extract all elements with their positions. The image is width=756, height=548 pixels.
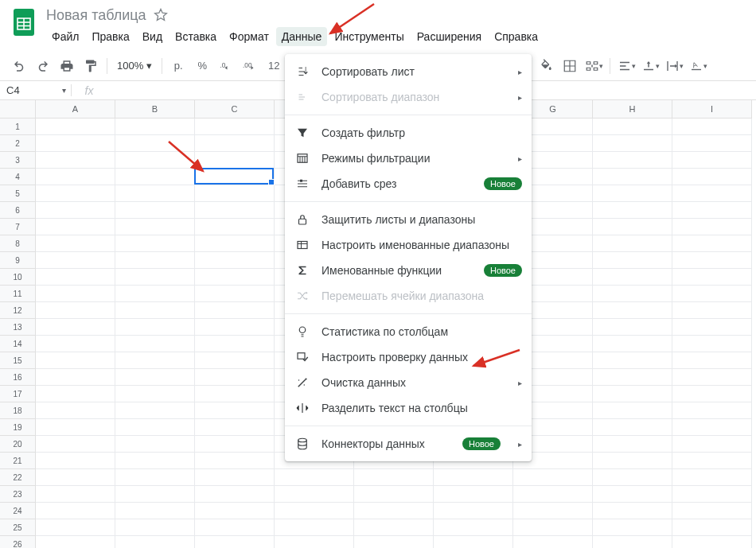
cell[interactable]	[672, 286, 752, 302]
print-button[interactable]	[56, 55, 78, 77]
cell[interactable]	[513, 469, 593, 486]
cell[interactable]	[115, 185, 195, 202]
row-header[interactable]: 23	[0, 486, 36, 503]
menu-add-slicer[interactable]: Добавить срез Новое	[285, 171, 532, 196]
menu-create-filter[interactable]: Создать фильтр	[285, 120, 532, 146]
cell[interactable]	[672, 386, 752, 402]
row-header[interactable]: 26	[0, 536, 36, 548]
zoom-dropdown[interactable]: 100%▾	[112, 60, 157, 72]
paint-format-button[interactable]	[80, 55, 102, 77]
cell[interactable]	[115, 352, 195, 369]
cell[interactable]	[593, 386, 672, 402]
cell[interactable]	[593, 219, 672, 235]
cell[interactable]	[36, 536, 115, 548]
cell[interactable]	[672, 503, 752, 519]
row-header[interactable]: 21	[0, 453, 36, 469]
menu-protect[interactable]: Защитить листы и диапазоны	[285, 207, 532, 232]
cell[interactable]	[115, 402, 195, 419]
cell[interactable]	[275, 536, 354, 548]
cell[interactable]	[195, 269, 275, 286]
cell[interactable]	[115, 436, 195, 453]
menubar-данные[interactable]: Данные	[276, 27, 328, 46]
menu-named-functions[interactable]: Именованные функции Новое	[285, 258, 532, 283]
cell[interactable]	[275, 503, 354, 519]
cell[interactable]	[354, 486, 434, 503]
cell[interactable]	[115, 169, 195, 185]
cell[interactable]	[195, 453, 275, 469]
cell[interactable]	[115, 486, 195, 503]
row-header[interactable]: 14	[0, 336, 36, 352]
menu-filter-views[interactable]: Режимы фильтрации ▸	[285, 146, 532, 171]
cell[interactable]	[593, 202, 672, 219]
cell[interactable]	[672, 469, 752, 486]
row-header[interactable]: 13	[0, 319, 36, 336]
cell[interactable]	[434, 469, 513, 486]
cell[interactable]	[593, 169, 672, 185]
cell[interactable]	[593, 302, 672, 319]
cell[interactable]	[115, 419, 195, 436]
cell[interactable]	[115, 235, 195, 252]
cell[interactable]	[672, 135, 752, 152]
cell[interactable]	[36, 169, 115, 185]
cell[interactable]	[36, 453, 115, 469]
merge-cells-button[interactable]: ▾	[583, 55, 605, 77]
cell[interactable]	[195, 319, 275, 336]
cell[interactable]	[115, 369, 195, 386]
row-header[interactable]: 11	[0, 286, 36, 302]
column-header[interactable]: A	[36, 100, 115, 119]
cell[interactable]	[672, 169, 752, 185]
cell[interactable]	[593, 519, 672, 536]
cell[interactable]	[593, 402, 672, 419]
cell[interactable]	[195, 202, 275, 219]
cell[interactable]	[593, 269, 672, 286]
menubar-расширения[interactable]: Расширения	[411, 27, 487, 46]
row-header[interactable]: 12	[0, 302, 36, 319]
cell[interactable]	[36, 386, 115, 402]
row-header[interactable]: 20	[0, 436, 36, 453]
row-header[interactable]: 8	[0, 235, 36, 252]
cell[interactable]	[593, 135, 672, 152]
cell[interactable]	[195, 235, 275, 252]
cell[interactable]	[593, 185, 672, 202]
row-header[interactable]: 10	[0, 269, 36, 286]
row-header[interactable]: 4	[0, 169, 36, 185]
cell[interactable]	[672, 269, 752, 286]
h-align-button[interactable]: ▾	[615, 55, 637, 77]
cell[interactable]	[115, 469, 195, 486]
cell[interactable]	[354, 519, 434, 536]
cell[interactable]	[115, 536, 195, 548]
borders-button[interactable]	[559, 55, 581, 77]
cell[interactable]	[354, 503, 434, 519]
row-header[interactable]: 25	[0, 519, 36, 536]
row-header[interactable]: 22	[0, 469, 36, 486]
cell[interactable]	[36, 503, 115, 519]
cell[interactable]	[593, 486, 672, 503]
redo-button[interactable]	[32, 55, 54, 77]
more-formats-button[interactable]: 12	[263, 55, 285, 77]
cell[interactable]	[36, 419, 115, 436]
row-header[interactable]: 16	[0, 369, 36, 386]
cell[interactable]	[36, 235, 115, 252]
row-header[interactable]: 6	[0, 202, 36, 219]
cell[interactable]	[115, 503, 195, 519]
cell[interactable]	[672, 369, 752, 386]
undo-button[interactable]	[8, 55, 30, 77]
cell[interactable]	[672, 185, 752, 202]
cell[interactable]	[36, 252, 115, 269]
row-header[interactable]: 17	[0, 386, 36, 402]
cell[interactable]	[36, 152, 115, 169]
star-icon[interactable]	[153, 7, 169, 23]
cell[interactable]	[115, 302, 195, 319]
cell[interactable]	[434, 536, 513, 548]
cell[interactable]	[115, 119, 195, 135]
cell[interactable]	[593, 119, 672, 135]
cell[interactable]	[195, 252, 275, 269]
cell[interactable]	[36, 519, 115, 536]
cell[interactable]	[672, 436, 752, 453]
column-header[interactable]: H	[593, 100, 672, 119]
cell[interactable]	[593, 352, 672, 369]
cell[interactable]	[195, 369, 275, 386]
cell[interactable]	[115, 202, 195, 219]
menubar-вставка[interactable]: Вставка	[170, 27, 222, 46]
cell[interactable]	[115, 252, 195, 269]
